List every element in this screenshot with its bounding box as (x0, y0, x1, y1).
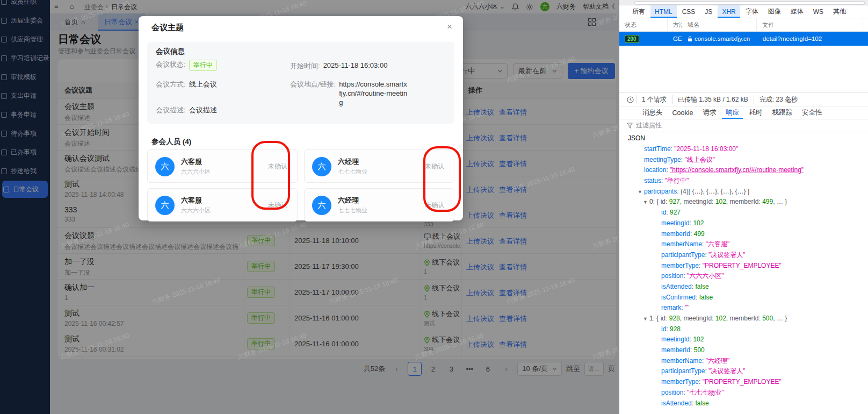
detail-tab-Cookie[interactable]: Cookie (669, 106, 697, 119)
upload-resolution-link[interactable]: 上传决议 (466, 108, 494, 116)
upload-resolution-link[interactable]: 上传决议 (466, 211, 494, 219)
tab-close-icon[interactable]: × (135, 18, 139, 26)
tree-toggle-icon[interactable]: ▼ (643, 197, 649, 208)
sidebar-item-4[interactable]: 学习培训记录 (0, 50, 50, 66)
filter-tab-其他[interactable]: 其他 (829, 5, 850, 18)
detail-tab-安全性[interactable]: 安全性 (798, 106, 826, 119)
meeting-status-badge: 举行中 (189, 60, 217, 71)
sidebar-item-3[interactable]: 供应商管理 (0, 31, 50, 47)
user-avatar[interactable]: 六 (540, 2, 549, 11)
view-detail-link[interactable]: 查看详情 (499, 185, 527, 194)
tab-layout-grid-icon[interactable] (588, 18, 596, 26)
detail-tab-响应[interactable]: 响应 (722, 106, 743, 119)
detail-tab-请求[interactable]: 请求 (699, 106, 720, 119)
page-button-1[interactable]: 1 (408, 362, 422, 376)
participant-name: 六经理 (338, 196, 359, 205)
create-meeting-button[interactable]: + 预约会议 (568, 63, 615, 79)
filter-tab-CSS[interactable]: CSS (678, 5, 700, 18)
filter-tab-HTML[interactable]: HTML (650, 5, 677, 18)
view-detail-link[interactable]: 查看详情 (499, 108, 527, 116)
pagination: 共52条‹123•••6›10 条/页跳至页 (58, 361, 615, 376)
json-section-label[interactable]: JSON (619, 132, 868, 144)
upload-resolution-link[interactable]: 上传决议 (466, 263, 494, 271)
settings-gear-icon[interactable] (526, 3, 533, 11)
detail-tab-消息头[interactable]: 消息头 (639, 106, 667, 119)
tab-home[interactable]: 首页⌂ (58, 13, 91, 31)
modal-title: 会议主题 (151, 23, 184, 33)
view-detail-link[interactable]: 查看详情 (499, 340, 527, 348)
upload-resolution-link[interactable]: 上传决议 (466, 289, 494, 297)
help-docs-link[interactable]: 帮助文档《 (583, 2, 615, 11)
column-5[interactable]: 发起 (863, 18, 868, 31)
meeting-mode-sub: 1 (424, 294, 461, 301)
breadcrumb-parent[interactable]: 业委会 (84, 3, 104, 12)
community-switcher[interactable]: 六六六小区 ⌄ (466, 2, 505, 11)
column-3[interactable]: 域名 (682, 18, 757, 31)
home-icon[interactable]: ⌂ (70, 2, 74, 11)
filter-tab-JS[interactable]: JS (700, 5, 717, 18)
filter-tab-媒体[interactable]: 媒体 (786, 5, 808, 18)
sidebar-item-9[interactable]: 已办事项 (0, 144, 50, 160)
page-button-6[interactable]: 6 (481, 362, 495, 376)
sidebar-item-11[interactable]: 日常会议 (2, 181, 48, 198)
filter-tab-WS[interactable]: WS (809, 5, 828, 18)
jump-page-input[interactable] (584, 362, 604, 376)
sidebar-item-7[interactable]: 事务申请 (0, 106, 50, 123)
page-button-2[interactable]: 2 (426, 362, 440, 376)
upload-resolution-link[interactable]: 上传决议 (466, 237, 494, 245)
request-method: GET (668, 32, 682, 46)
upload-resolution-link[interactable]: 上传决议 (466, 315, 494, 323)
prev-page-button[interactable]: ‹ (389, 362, 403, 376)
view-detail-link[interactable]: 查看详情 (499, 211, 527, 219)
filter-tab-所有[interactable]: 所有 (628, 5, 649, 18)
filter-tab-XHR[interactable]: XHR (718, 5, 740, 18)
request-domain: console.smartxfjy.cn (695, 35, 750, 42)
filter-tab-图像[interactable]: 图像 (764, 5, 785, 18)
transferred-size: 已传输 1.35 kB / 1.62 kB (672, 95, 754, 104)
sidebar-item-2[interactable]: 历届业委会 (0, 12, 50, 28)
column-1[interactable]: 状态 (619, 18, 668, 31)
view-detail-link[interactable]: 查看详情 (499, 237, 527, 245)
view-detail-link[interactable]: 查看详情 (499, 315, 527, 323)
collapse-menu-icon[interactable]: ≡ (54, 2, 59, 11)
user-name: 六财务 (556, 2, 576, 11)
page-button-3[interactable]: 3 (444, 362, 458, 376)
next-page-button[interactable]: › (499, 362, 513, 376)
modal-close-icon[interactable]: × (447, 22, 452, 32)
json-tree-line: isConfirmed: false (619, 292, 868, 303)
detail-tab-栈跟踪[interactable]: 栈跟踪 (768, 106, 796, 119)
page-ellipsis[interactable]: ••• (462, 362, 476, 376)
properties-filter[interactable]: 过滤属性 (619, 119, 868, 132)
notification-bell-icon[interactable] (512, 3, 519, 11)
json-tree-line: startTime: "2025-11-18 16:03:00" (619, 144, 868, 155)
upload-resolution-link[interactable]: 上传决议 (466, 160, 494, 168)
page-size-select[interactable]: 10 条/页 (517, 362, 562, 376)
tree-toggle-icon[interactable]: ▼ (643, 314, 649, 324)
view-detail-link[interactable]: 查看详情 (499, 289, 527, 297)
jump-to-label: 跳至 (566, 364, 580, 374)
sidebar-item-6[interactable]: 支出申请 (0, 88, 50, 104)
view-detail-link[interactable]: 查看详情 (499, 263, 527, 271)
sidebar-item-5[interactable]: 审批模板 (0, 69, 50, 85)
participant-avatar: 六 (312, 157, 331, 176)
status-badge: 举行中 (247, 338, 275, 349)
column-2[interactable]: 方法 (668, 18, 682, 31)
view-detail-link[interactable]: 查看详情 (499, 160, 527, 168)
upload-resolution-link[interactable]: 上传决议 (466, 185, 494, 194)
detail-tab-耗时[interactable]: 耗时 (745, 106, 766, 119)
request-row[interactable]: 200 GET console.smartxfjy.cn detail?meet… (619, 32, 868, 46)
column-4[interactable]: 文件 (757, 18, 863, 31)
page-suffix: 页 (608, 364, 615, 374)
sidebar-item-1[interactable]: 成员任职 (0, 0, 50, 10)
tab-daily-meeting[interactable]: 日常会议× (98, 13, 145, 31)
tree-toggle-icon[interactable]: ▼ (638, 187, 644, 197)
view-detail-link[interactable]: 查看详情 (499, 134, 527, 142)
upload-resolution-link[interactable]: 上传决议 (466, 134, 494, 142)
sidebar-item-8[interactable]: 待办事项 (0, 125, 50, 141)
sidebar-item-10[interactable]: 抄送给我 (0, 163, 50, 179)
page-subtitle: 管理和参与业委会日常会议 (58, 47, 135, 56)
filter-tab-字体[interactable]: 字体 (741, 5, 763, 18)
upload-resolution-link[interactable]: 上传决议 (466, 340, 494, 348)
json-tree-line: ▼0: { id: 927, meetingId: 102, memberId:… (619, 197, 868, 208)
sort-filter-select[interactable]: 最新在前 (513, 63, 562, 78)
